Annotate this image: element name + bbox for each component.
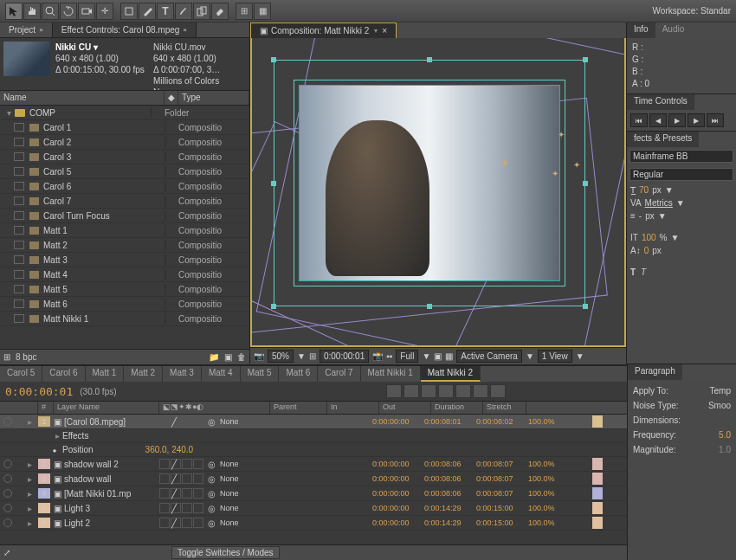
chevron-down-icon[interactable]: ▼ — [372, 28, 378, 34]
switch[interactable] — [193, 416, 203, 427]
switch[interactable] — [159, 503, 170, 513]
timeline-tab[interactable]: Matt 2 — [124, 366, 163, 382]
out-time[interactable]: 0:00:14:29 — [424, 518, 476, 527]
baseline-value[interactable]: 0 — [644, 246, 649, 255]
checkbox[interactable] — [14, 241, 24, 249]
twirl-icon[interactable]: ▾ — [3, 108, 14, 118]
project-list[interactable]: ▾COMPFolderCarol 1CompositioCarol 2Compo… — [0, 106, 249, 349]
layer-name[interactable]: Light 2 — [64, 518, 159, 528]
parent-pickwhip-icon[interactable]: ◎ — [208, 504, 220, 513]
out-time[interactable]: 0:00:08:06 — [424, 474, 476, 483]
toggle-switches-button[interactable]: Toggle Switches / Modes — [171, 546, 280, 559]
time-controls-tab[interactable]: Time Controls — [627, 94, 694, 110]
checkbox[interactable] — [14, 152, 24, 161]
audio-tab[interactable]: Audio — [655, 23, 692, 38]
scale-value[interactable]: 100 — [642, 233, 656, 242]
close-icon[interactable]: × — [183, 26, 187, 34]
layer-bar[interactable] — [592, 502, 603, 514]
twirl-icon[interactable]: ▸ — [24, 474, 35, 484]
timeline-tab[interactable]: Carol 5 — [0, 366, 42, 382]
visibility-toggle[interactable] — [3, 489, 12, 498]
bold-button[interactable]: T — [630, 267, 636, 277]
anchor-tool[interactable]: ✛ — [96, 3, 113, 20]
font-size-value[interactable]: 70 — [639, 185, 649, 195]
parent-pickwhip-icon[interactable]: ◎ — [208, 460, 220, 469]
graph-editor-button[interactable] — [438, 384, 454, 398]
layer-name[interactable]: shadow wall — [64, 474, 159, 484]
view-dropdown[interactable]: 1 View — [538, 350, 572, 363]
layer-name[interactable]: shadow wall 2 — [64, 460, 159, 469]
switch[interactable]: ╱ — [171, 473, 181, 484]
label-swatch[interactable] — [165, 166, 166, 177]
stretch[interactable]: 100.0% — [528, 474, 580, 483]
checkbox[interactable] — [14, 299, 24, 308]
layer-name[interactable]: [Carol 08.mpeg] — [64, 417, 159, 427]
frame-blend-toggle[interactable] — [404, 384, 419, 398]
font-style-dropdown[interactable] — [629, 168, 733, 181]
label-swatch[interactable] — [165, 210, 166, 222]
frequency-value[interactable]: 5.0 — [719, 428, 731, 442]
parent-pickwhip-icon[interactable]: ◎ — [208, 489, 220, 499]
label-swatch[interactable] — [165, 284, 166, 295]
switch[interactable] — [193, 459, 203, 469]
light-icon[interactable]: ✦ — [552, 169, 576, 193]
switch[interactable] — [182, 488, 192, 499]
project-item[interactable]: Carol 5Compositio — [0, 164, 249, 179]
duration[interactable]: 0:00:08:07 — [476, 460, 528, 468]
checkbox[interactable] — [14, 167, 24, 176]
project-tab[interactable]: Project× — [0, 23, 53, 37]
switch[interactable]: ╱ — [171, 416, 181, 427]
zoom-dropdown[interactable]: 50% — [268, 350, 294, 363]
checkbox[interactable] — [14, 123, 24, 132]
zoom-tool[interactable] — [42, 3, 59, 20]
noise-type-dropdown[interactable]: Smoo — [708, 398, 731, 413]
workspace-selector[interactable]: Workspace: Standar — [653, 6, 731, 16]
in-time[interactable]: 0:00:00:00 — [372, 474, 424, 483]
name-column[interactable]: Name — [0, 91, 165, 105]
flowchart-icon[interactable]: ⊞ — [3, 352, 10, 362]
parent-pickwhip-icon[interactable]: ◎ — [208, 474, 220, 484]
parent-pickwhip-icon[interactable]: ◎ — [208, 417, 220, 427]
position-value[interactable]: 360.0, 240.0 — [145, 445, 194, 454]
canvas[interactable] — [300, 86, 559, 280]
effect-controls-tab[interactable]: Effect Controls: Carol 08.mpeg× — [53, 23, 197, 37]
info-tab[interactable]: Info — [627, 23, 655, 38]
duration[interactable]: 0:00:15:00 — [476, 504, 528, 512]
layer-row[interactable]: ▸ 4 ▣ [Matt Nikki 01.mp ╱ ◎ None 0:00:00… — [0, 486, 736, 501]
composition-tab[interactable]: ▣ Composition: Matt Nikki 2 ▼ × — [250, 23, 397, 38]
layer-row[interactable]: ▸ 2 ▣ shadow wall 2 ╱ ◎ None 0:00:00:000… — [0, 457, 736, 472]
project-item[interactable]: Carol 3Compositio — [0, 150, 249, 164]
checkbox[interactable] — [14, 314, 24, 323]
shy-toggle[interactable] — [386, 384, 402, 398]
stretch[interactable]: 100.0% — [528, 504, 580, 512]
duration[interactable]: 0:00:08:07 — [476, 489, 528, 498]
label-swatch[interactable] — [165, 151, 166, 163]
layer-row[interactable]: ▸ 6 ▣ Light 2 ╱ ◎ None 0:00:00:000:00:14… — [0, 516, 736, 531]
twirl-icon[interactable]: ▸ — [24, 460, 35, 469]
switch[interactable] — [193, 503, 203, 513]
checkbox[interactable] — [14, 138, 24, 146]
flag-column[interactable]: ◆ — [165, 91, 178, 105]
timeline-tab[interactable]: Matt 3 — [163, 366, 202, 382]
new-folder-icon[interactable]: 📁 — [209, 352, 219, 362]
switch[interactable] — [182, 518, 192, 528]
out-time[interactable]: 0:00:14:29 — [424, 504, 476, 512]
first-frame-button[interactable]: ⏮ — [630, 113, 648, 127]
project-item[interactable]: Carol 6Compositio — [0, 179, 249, 194]
switch[interactable] — [193, 488, 203, 499]
switch[interactable] — [159, 459, 170, 469]
switch[interactable] — [193, 518, 203, 528]
switch[interactable] — [182, 416, 192, 427]
layer-bar[interactable] — [592, 487, 603, 499]
visibility-toggle[interactable] — [3, 504, 12, 512]
new-comp-icon[interactable]: ▣ — [224, 352, 232, 362]
out-time[interactable]: 0:00:08:06 — [424, 460, 476, 468]
region-icon[interactable]: ▣ — [434, 351, 442, 361]
motion-blur-toggle[interactable] — [421, 384, 436, 398]
position-row[interactable]: ⬥ Position360.0, 240.0 — [0, 443, 736, 457]
switch[interactable]: ╱ — [171, 488, 181, 499]
kerning-value[interactable]: Metrics — [645, 198, 673, 208]
transparency-icon[interactable]: ▦ — [445, 351, 453, 361]
leading-value[interactable]: - — [639, 211, 642, 221]
switch[interactable]: ╱ — [171, 503, 181, 513]
